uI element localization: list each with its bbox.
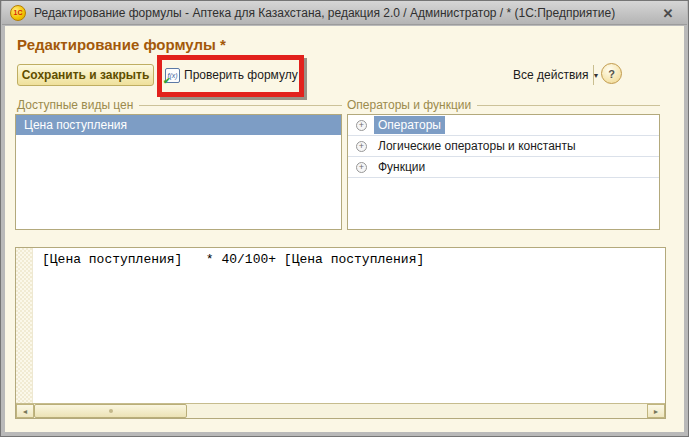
tree-item-label: Операторы xyxy=(374,116,445,134)
formula-editor: [Цена поступления] * 40/100+ [Цена посту… xyxy=(15,247,666,419)
scrollbar-track[interactable] xyxy=(187,404,647,418)
scroll-right-icon[interactable]: ► xyxy=(647,404,665,418)
list-item-price-receipt[interactable]: Цена поступления xyxy=(16,115,341,135)
1c-logo-icon: 1С xyxy=(10,5,26,21)
operators-group-label: Операторы и функции xyxy=(347,98,660,112)
save-and-close-button[interactable]: Сохранить и закрыть xyxy=(17,64,154,86)
dialog-content: Редактирование формулы * Сохранить и зак… xyxy=(5,26,684,432)
list-item-label: Цена поступления xyxy=(24,118,127,132)
toolbar-separator xyxy=(593,65,594,85)
tree-item-label: Функции xyxy=(374,158,429,176)
tree-item-functions[interactable]: + Функции xyxy=(348,157,659,178)
operators-tree: + Операторы + Логические операторы и кон… xyxy=(347,114,660,230)
expand-plus-icon[interactable]: + xyxy=(356,120,367,131)
all-actions-button[interactable]: Все действия ▼ xyxy=(513,66,599,84)
tree-item-label: Логические операторы и константы xyxy=(374,137,580,155)
price-types-list: Цена поступления xyxy=(15,114,342,230)
scrollbar-thumb[interactable] xyxy=(34,404,187,418)
check-formula-label: Проверить формулу xyxy=(184,68,298,82)
window-title: Редактирование формулы - Аптека для Каза… xyxy=(34,6,615,20)
expand-plus-icon[interactable]: + xyxy=(356,162,367,173)
close-icon[interactable]: ✕ xyxy=(659,4,677,22)
green-check-icon: ✔ xyxy=(163,76,171,86)
editor-gutter xyxy=(16,248,33,403)
horizontal-scrollbar: ◄ ► xyxy=(16,403,665,418)
title-bar: 1С Редактирование формулы - Аптека для К… xyxy=(2,1,687,25)
app-window: 1С Редактирование формулы - Аптека для К… xyxy=(0,0,689,437)
price-types-group-label: Доступные виды цен xyxy=(17,98,342,112)
expand-plus-icon[interactable]: + xyxy=(356,141,367,152)
tree-item-operators[interactable]: + Операторы xyxy=(348,115,659,136)
help-button[interactable]: ? xyxy=(601,63,622,84)
check-formula-button[interactable]: f(x) ✔ Проверить формулу xyxy=(165,65,298,85)
tree-item-logical-operators[interactable]: + Логические операторы и константы xyxy=(348,136,659,157)
all-actions-label: Все действия xyxy=(513,68,588,82)
page-title: Редактирование формулы * xyxy=(17,36,226,53)
formula-input[interactable]: [Цена поступления] * 40/100+ [Цена посту… xyxy=(34,248,665,403)
scroll-left-icon[interactable]: ◄ xyxy=(16,404,34,418)
formula-fx-icon: f(x) ✔ xyxy=(165,68,180,83)
